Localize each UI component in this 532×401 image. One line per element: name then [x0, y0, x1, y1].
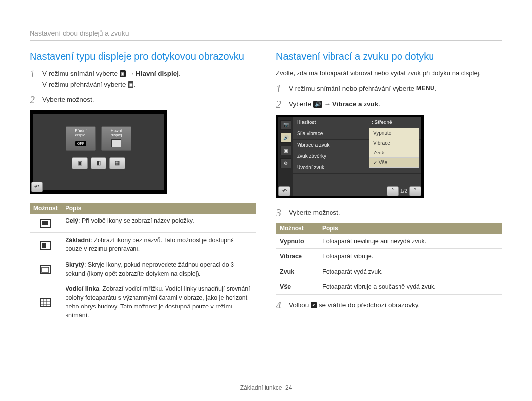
left-step2: Vyberte možnost. — [42, 94, 256, 105]
left-step1: V režimu snímání vyberte ▣ → Hlavní disp… — [42, 68, 256, 90]
table-header-desc: Popis — [318, 223, 502, 234]
step-number: 1 — [30, 68, 37, 79]
display-tab-icon[interactable]: ▣ — [280, 146, 291, 155]
table-row: Základní: Zobrazí ikony bez názvů. Tato … — [62, 233, 256, 257]
back-icon: ↶ — [311, 302, 317, 308]
svg-rect-5 — [42, 267, 49, 272]
svg-rect-1 — [42, 221, 48, 225]
main-display-tile[interactable]: Hlavní displej — [101, 126, 131, 151]
right-section-title: Nastavení vibrací a zvuku po dotyku — [276, 50, 502, 62]
left-options-table: Možnost Popis Celý: Při volbě ikony se z… — [30, 203, 256, 323]
right-step4: Volbou ↶ se vrátíte do předchozí obrazov… — [289, 300, 502, 310]
sound-icon: 🔊 — [313, 101, 322, 108]
step-number: 2 — [276, 99, 284, 110]
vibration-sound-screenshot: 📷 🔊 ▣ ⚙ Hlasitost: Středně Síla vibrace … — [276, 115, 424, 198]
svg-rect-3 — [42, 243, 46, 248]
page-down-icon[interactable]: ˅ — [409, 186, 421, 196]
option-guideline-icon — [30, 281, 62, 323]
table-row: Skrytý: Skryje ikony, pokud neprovedete … — [62, 257, 256, 281]
table-header-option: Možnost — [30, 203, 62, 214]
front-display-tile[interactable]: Přední displej OFF — [66, 126, 96, 151]
mode-grid-icon[interactable]: ▦ — [109, 157, 125, 169]
table-row: Celý: Při volbě ikony se zobrazí název p… — [62, 214, 256, 233]
table-header-option: Možnost — [276, 223, 318, 234]
step-number: 4 — [276, 300, 284, 310]
option-full-icon — [30, 214, 62, 233]
settings-tab-icon[interactable]: ⚙ — [280, 158, 291, 168]
menu-sidebar: 📷 🔊 ▣ ⚙ — [278, 117, 293, 196]
left-section-title: Nastavení typu displeje pro dotykovou ob… — [30, 50, 256, 62]
right-step3: Vyberte možnost. — [289, 207, 502, 218]
option-hidden-icon — [30, 257, 62, 281]
back-icon[interactable]: ↶ — [278, 186, 290, 196]
page-footer: Základní funkce 24 — [30, 378, 502, 391]
right-column: Nastavení vibrací a zvuku po dotyku Zvol… — [276, 50, 502, 378]
options-popup[interactable]: Vypnuto Vibrace Zvuk ✓ Vše — [369, 128, 419, 168]
mode-full-icon[interactable]: ▣ — [72, 157, 88, 169]
step-number: 1 — [276, 83, 284, 94]
step-number: 2 — [30, 94, 37, 105]
table-row: Zvuk — [276, 264, 318, 279]
display-type-screenshot: Přední displej OFF Hlavní displej ▣ ◧ — [30, 110, 167, 194]
table-row: Vypnuto — [276, 234, 318, 249]
right-step1: V režimu snímání nebo přehrávání vyberte… — [289, 83, 502, 94]
breadcrumb: Nastavení obou displejů a zvuku — [30, 30, 502, 41]
sound-tab-icon[interactable]: 🔊 — [280, 133, 291, 143]
display-mode-icon: ▣ — [120, 70, 126, 77]
camera-tab-icon[interactable]: 📷 — [280, 120, 291, 130]
mode-basic-icon[interactable]: ◧ — [91, 157, 106, 169]
table-row: Vibrace — [276, 248, 318, 264]
page-up-icon[interactable]: ˄ — [387, 186, 399, 196]
right-intro: Zvolte, zda má fotoaparát vibrovat nebo … — [276, 68, 502, 78]
table-row: Vodící linka: Zobrazí vodící mřížku. Vod… — [62, 281, 256, 323]
right-options-table: Možnost Popis Vypnuto Fotoaparát nevibru… — [276, 223, 502, 295]
left-column: Nastavení typu displeje pro dotykovou ob… — [30, 50, 256, 378]
menu-icon: MENU — [416, 84, 434, 93]
option-basic-icon — [30, 233, 62, 257]
page-indicator: 1/2 — [400, 188, 407, 194]
table-row: Vše — [276, 279, 318, 294]
step-number: 3 — [276, 207, 284, 218]
playback-display-icon: ▣ — [128, 81, 133, 88]
table-header-desc: Popis — [62, 203, 256, 214]
menu-list: Hlasitost: Středně Síla vibrace Vibrace … — [293, 117, 421, 196]
back-icon[interactable]: ↶ — [31, 182, 43, 192]
right-step2: Vyberte 🔊 → Vibrace a zvuk. — [289, 99, 502, 110]
svg-rect-6 — [40, 299, 50, 307]
